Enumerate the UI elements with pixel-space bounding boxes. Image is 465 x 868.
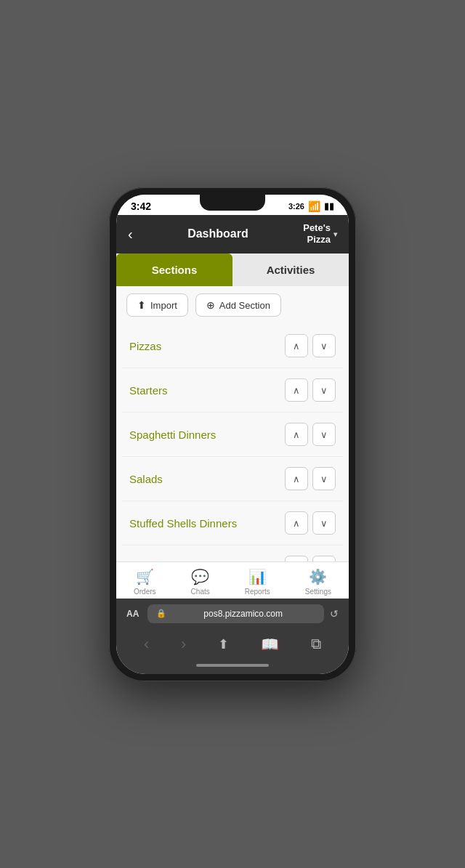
orders-icon: 🛒 xyxy=(136,568,154,585)
section-name-1[interactable]: Starters xyxy=(129,384,168,397)
action-bar: ⬆︎ Import ⊕ Add Section xyxy=(116,286,349,324)
chats-icon: 💬 xyxy=(191,568,209,585)
browser-bookmarks-button[interactable]: 📖 xyxy=(261,636,279,653)
move-down-button-3[interactable]: ∨ xyxy=(312,467,336,490)
settings-icon: ⚙️ xyxy=(309,568,327,585)
table-row: Baked Ziti Dinners ∧ ∨ xyxy=(122,545,343,561)
restaurant-selector[interactable]: Pete's Pizza ▾ xyxy=(303,222,337,247)
home-indicator xyxy=(116,660,349,674)
import-icon: ⬆︎ xyxy=(137,299,146,311)
nav-reports[interactable]: 📊 Reports xyxy=(245,568,270,596)
table-row: Salads ∧ ∨ xyxy=(122,457,343,501)
table-row: Spaghetti Dinners ∧ ∨ xyxy=(122,413,343,457)
move-down-button-5[interactable]: ∨ xyxy=(312,556,336,561)
nav-chats[interactable]: 💬 Chats xyxy=(191,568,210,596)
move-up-button-5[interactable]: ∧ xyxy=(285,556,308,561)
url-text: pos8.pizzamico.com xyxy=(171,609,315,619)
phone-screen: 3:42 3:26 📶 ▮▮ ‹ Dashboard Pete's Pizza … xyxy=(116,195,349,674)
add-section-label: Add Section xyxy=(219,300,270,311)
wifi-icon: 📶 xyxy=(308,200,320,212)
chevron-down-icon: ▾ xyxy=(333,230,337,239)
nav-reports-label: Reports xyxy=(245,588,270,596)
nav-orders-label: Orders xyxy=(134,588,156,596)
url-bar[interactable]: 🔒 pos8.pizzamico.com xyxy=(147,604,324,623)
import-button[interactable]: ⬆︎ Import xyxy=(126,293,188,317)
nav-settings[interactable]: ⚙️ Settings xyxy=(305,568,331,596)
battery-icon: ▮▮ xyxy=(324,200,334,211)
browser-tabs-button[interactable]: ⧉ xyxy=(311,636,321,652)
nav-chats-label: Chats xyxy=(191,588,210,596)
home-bar xyxy=(196,664,269,667)
page-title: Dashboard xyxy=(187,227,248,240)
move-down-button-0[interactable]: ∨ xyxy=(312,334,336,357)
section-controls-3: ∧ ∨ xyxy=(285,467,336,490)
move-up-button-4[interactable]: ∧ xyxy=(285,511,308,535)
back-button[interactable]: ‹ xyxy=(128,226,133,243)
section-name-0[interactable]: Pizzas xyxy=(129,340,161,352)
section-controls-0: ∧ ∨ xyxy=(285,334,336,357)
browser-back-button[interactable]: ‹ xyxy=(144,635,149,654)
section-controls-4: ∧ ∨ xyxy=(285,511,336,535)
restaurant-name: Pete's Pizza xyxy=(303,222,331,247)
move-up-button-2[interactable]: ∧ xyxy=(285,423,308,446)
section-controls-1: ∧ ∨ xyxy=(285,378,336,402)
import-label: Import xyxy=(150,300,177,311)
tabs-container: Sections Activities xyxy=(116,253,349,286)
add-icon: ⊕ xyxy=(206,299,215,311)
notch xyxy=(200,195,265,211)
section-controls-2: ∧ ∨ xyxy=(285,423,336,446)
section-name-4[interactable]: Stuffed Shells Dinners xyxy=(129,517,237,530)
browser-share-button[interactable]: ⬆ xyxy=(218,636,229,652)
move-up-button-1[interactable]: ∧ xyxy=(285,378,308,402)
table-row: Stuffed Shells Dinners ∧ ∨ xyxy=(122,501,343,545)
reload-icon[interactable]: ↺ xyxy=(330,608,339,620)
move-up-button-3[interactable]: ∧ xyxy=(285,467,308,490)
tab-sections[interactable]: Sections xyxy=(116,253,232,286)
nav-settings-label: Settings xyxy=(305,588,331,596)
table-row: Pizzas ∧ ∨ xyxy=(122,324,343,368)
tab-activities[interactable]: Activities xyxy=(232,253,349,286)
bottom-nav: 🛒 Orders 💬 Chats 📊 Reports ⚙️ Settings xyxy=(116,561,349,599)
status-right: 3:26 📶 ▮▮ xyxy=(288,200,334,212)
sections-list: Pizzas ∧ ∨ Starters ∧ ∨ Spaghetti Dinner… xyxy=(116,324,349,561)
aa-label[interactable]: AA xyxy=(126,609,139,619)
move-up-button-0[interactable]: ∧ xyxy=(285,334,308,357)
nav-orders[interactable]: 🛒 Orders xyxy=(134,568,156,596)
move-down-button-4[interactable]: ∨ xyxy=(312,511,336,535)
section-controls-5: ∧ ∨ xyxy=(285,556,336,561)
table-row: Starters ∧ ∨ xyxy=(122,368,343,413)
section-name-3[interactable]: Salads xyxy=(129,473,163,485)
phone-frame: 3:42 3:26 📶 ▮▮ ‹ Dashboard Pete's Pizza … xyxy=(109,187,356,681)
move-down-button-2[interactable]: ∨ xyxy=(312,423,336,446)
reports-icon: 📊 xyxy=(248,568,267,585)
add-section-button[interactable]: ⊕ Add Section xyxy=(195,293,281,317)
header-nav: ‹ Dashboard Pete's Pizza ▾ xyxy=(116,215,349,254)
browser-toolbar: ‹ › ⬆ 📖 ⧉ xyxy=(116,629,349,660)
lock-icon: 🔒 xyxy=(156,609,166,618)
status-time: 3:42 xyxy=(131,200,151,212)
browser-bar: AA 🔒 pos8.pizzamico.com ↺ xyxy=(116,599,349,629)
network-indicator: 3:26 xyxy=(288,202,304,211)
browser-forward-button[interactable]: › xyxy=(181,635,186,654)
section-name-2[interactable]: Spaghetti Dinners xyxy=(129,429,216,441)
move-down-button-1[interactable]: ∨ xyxy=(312,378,336,402)
